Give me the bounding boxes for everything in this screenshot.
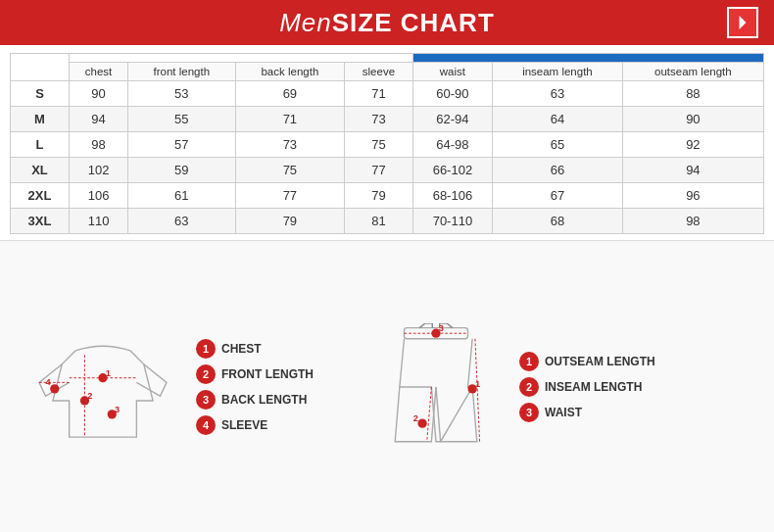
data-cell: 55	[128, 107, 236, 132]
size-cell: XL	[11, 158, 70, 183]
svg-point-13	[417, 418, 426, 427]
svg-text:3: 3	[115, 405, 120, 414]
size-cell: 3XL	[11, 209, 70, 234]
title-men: Men	[279, 8, 332, 37]
jersey-svg: 1 2 3 4	[29, 323, 176, 451]
data-cell: 60-90	[412, 81, 492, 107]
data-cell: 63	[493, 81, 623, 107]
data-cell: 96	[622, 183, 763, 209]
pants-label-item: 3WAIST	[519, 403, 725, 422]
data-cell: 64	[493, 107, 623, 132]
data-cell: 57	[128, 132, 236, 158]
data-cell: 73	[345, 107, 413, 132]
svg-text:3: 3	[439, 323, 444, 333]
label-number: 1	[196, 339, 216, 359]
svg-text:1: 1	[475, 379, 480, 389]
data-cell: 90	[622, 107, 763, 132]
data-cell: 63	[128, 209, 236, 234]
pants-label-item: 1OUTSEAM LENGTH	[519, 352, 725, 371]
col-inseam-length: inseam length	[493, 63, 623, 81]
table-row: M9455717362-946490	[11, 107, 764, 132]
data-cell: 65	[493, 132, 623, 158]
label-number: 3	[519, 403, 539, 422]
label-number: 2	[196, 364, 216, 384]
size-cell: L	[11, 132, 70, 158]
data-cell: 53	[128, 81, 236, 107]
col-back-length: back length	[235, 63, 345, 81]
chevron-right-icon	[736, 16, 750, 29]
label-text: OUTSEAM LENGTH	[545, 355, 655, 368]
label-text: INSEAM LENGTH	[545, 380, 642, 394]
col-outseam-length: outseam length	[622, 63, 763, 81]
data-cell: 67	[493, 183, 623, 209]
data-cell: 71	[235, 107, 345, 132]
label-text: BACK LENGTH	[221, 393, 307, 407]
svg-text:2: 2	[87, 391, 92, 401]
header-title: MenSIZE CHART	[279, 8, 495, 38]
data-cell: 61	[128, 183, 236, 209]
table-row: XL10259757766-1026694	[11, 158, 764, 183]
data-cell: 77	[235, 183, 345, 209]
data-cell: 81	[345, 209, 413, 234]
data-cell: 98	[70, 132, 128, 158]
pants-diagram: 3 1 2	[363, 323, 509, 451]
svg-text:1: 1	[106, 367, 111, 377]
data-cell: 73	[235, 132, 345, 158]
table-header-row-1	[11, 54, 764, 63]
data-cell: 75	[345, 132, 413, 158]
data-cell: 98	[622, 209, 763, 234]
header: MenSIZE CHART	[0, 0, 774, 45]
table-row: S9053697160-906388	[11, 81, 764, 107]
col-sleeve: sleeve	[345, 63, 413, 81]
col-front-length: front length	[128, 63, 236, 81]
data-cell: 68	[493, 209, 623, 234]
size-table-section: chest front length back length sleeve wa…	[0, 45, 774, 240]
jersey-label-item: 3BACK LENGTH	[196, 390, 363, 410]
data-cell: 75	[235, 158, 345, 183]
sleeve-dot	[50, 384, 59, 393]
label-text: SLEEVE	[221, 418, 267, 432]
label-text: CHEST	[221, 342, 262, 356]
next-arrow-button[interactable]	[727, 7, 758, 38]
size-cell: 2XL	[11, 183, 70, 209]
pants-labels: 1OUTSEAM LENGTH2INSEAM LENGTH3WAIST	[509, 352, 725, 422]
label-number: 2	[519, 377, 539, 397]
label-number: 3	[196, 390, 216, 410]
jersey-label-item: 4SLEEVE	[196, 415, 363, 435]
table-body: S9053697160-906388M9455717362-946490L985…	[11, 81, 764, 234]
svg-marker-0	[740, 16, 747, 29]
data-cell: 64-98	[412, 132, 492, 158]
size-cell: S	[11, 81, 70, 107]
diagram-section: 1 2 3 4 1CHEST2FRONT LENGTH3BACK LENGTH4…	[0, 240, 774, 532]
data-cell: 79	[235, 209, 345, 234]
table-header-row-2: chest front length back length sleeve wa…	[11, 63, 764, 81]
data-cell: 88	[622, 81, 763, 107]
pants-label-item: 2INSEAM LENGTH	[519, 377, 725, 397]
data-cell: 62-94	[412, 107, 492, 132]
data-cell: 92	[622, 132, 763, 158]
data-cell: 94	[622, 158, 763, 183]
data-cell: 106	[70, 183, 128, 209]
data-cell: 71	[345, 81, 413, 107]
table-row: L9857737564-986592	[11, 132, 764, 158]
label-number: 1	[519, 352, 539, 371]
jersey-diagram: 1 2 3 4	[20, 323, 186, 451]
jersey-label-item: 2FRONT LENGTH	[196, 364, 363, 384]
data-cell: 102	[70, 158, 128, 183]
data-cell: 59	[128, 158, 236, 183]
data-cell: 94	[70, 107, 128, 132]
table-row: 3XL11063798170-1106898	[11, 209, 764, 234]
data-cell: 90	[70, 81, 128, 107]
data-cell: 68-106	[412, 183, 492, 209]
data-cell: 77	[345, 158, 413, 183]
size-column-header	[11, 54, 70, 81]
data-cell: 110	[70, 209, 128, 234]
size-cell: M	[11, 107, 70, 132]
table-row: 2XL10661777968-1066796	[11, 183, 764, 209]
col-waist: waist	[412, 63, 492, 81]
data-cell: 70-110	[412, 209, 492, 234]
data-cell: 66	[493, 158, 623, 183]
label-text: FRONT LENGTH	[221, 367, 314, 381]
col-chest: chest	[70, 63, 128, 81]
data-cell: 69	[235, 81, 345, 107]
